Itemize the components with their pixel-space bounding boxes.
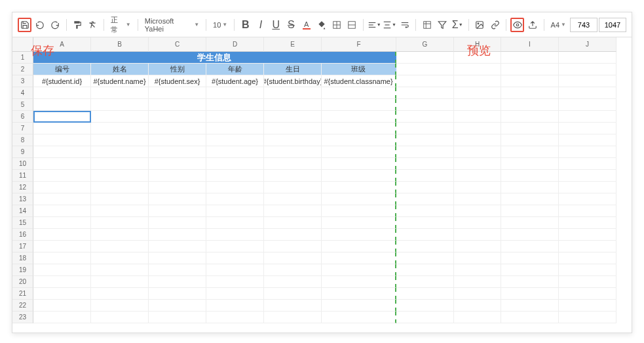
cell[interactable]: [501, 205, 559, 217]
cell[interactable]: [454, 300, 501, 312]
row-header[interactable]: 13: [12, 193, 33, 205]
cell[interactable]: [322, 217, 396, 229]
cell[interactable]: [559, 288, 616, 300]
cell[interactable]: [559, 264, 616, 276]
cell[interactable]: [396, 134, 454, 146]
wrap-button[interactable]: [398, 18, 411, 32]
cell[interactable]: [149, 111, 206, 123]
cell[interactable]: [322, 170, 396, 182]
undo-button[interactable]: [33, 18, 47, 32]
cell[interactable]: [559, 312, 616, 323]
cell[interactable]: [454, 205, 501, 217]
redo-button[interactable]: [48, 18, 62, 32]
cell[interactable]: [149, 99, 206, 111]
cell[interactable]: [501, 134, 559, 146]
cell[interactable]: [322, 146, 396, 158]
cell[interactable]: [454, 123, 501, 134]
cell[interactable]: [454, 264, 501, 276]
cell[interactable]: [454, 146, 501, 158]
cell[interactable]: [206, 312, 264, 323]
cell[interactable]: [396, 123, 454, 134]
cell[interactable]: [206, 134, 264, 146]
cell[interactable]: [264, 217, 322, 229]
cell[interactable]: [206, 123, 264, 134]
cell[interactable]: [454, 241, 501, 252]
font-color-button[interactable]: A: [299, 18, 313, 32]
cell[interactable]: [149, 288, 206, 300]
cell[interactable]: [91, 170, 149, 182]
cell[interactable]: [264, 193, 322, 205]
cell[interactable]: [264, 241, 322, 252]
cell[interactable]: [149, 123, 206, 134]
cell[interactable]: [501, 241, 559, 252]
cells-area[interactable]: 学生信息编号姓名性别年龄生日班级#{student.id}#{student.n…: [33, 52, 632, 323]
font-select[interactable]: Microsoft YaHei▼: [142, 16, 202, 34]
cell[interactable]: [91, 264, 149, 276]
cell[interactable]: [33, 123, 91, 134]
cell[interactable]: [33, 288, 91, 300]
row-header[interactable]: 7: [12, 123, 33, 134]
title-cell[interactable]: 学生信息: [33, 52, 396, 64]
header-cell[interactable]: 编号: [33, 64, 91, 75]
row-header[interactable]: 19: [12, 264, 33, 276]
filter-button[interactable]: [435, 18, 449, 32]
cell[interactable]: [264, 264, 322, 276]
borders-button[interactable]: [330, 18, 343, 32]
cell[interactable]: [322, 182, 396, 193]
cell[interactable]: [33, 205, 91, 217]
cell[interactable]: [264, 300, 322, 312]
cell[interactable]: [454, 99, 501, 111]
cell[interactable]: [149, 134, 206, 146]
row-header[interactable]: 6: [12, 111, 33, 123]
cell[interactable]: [206, 264, 264, 276]
cell[interactable]: [91, 205, 149, 217]
cell[interactable]: [454, 276, 501, 288]
cell[interactable]: [149, 241, 206, 252]
cell[interactable]: [33, 170, 91, 182]
cell[interactable]: [91, 217, 149, 229]
cell[interactable]: [264, 276, 322, 288]
cell[interactable]: [559, 217, 616, 229]
col-header-d[interactable]: D: [206, 37, 264, 52]
cell[interactable]: [206, 205, 264, 217]
upload-button[interactable]: [525, 18, 539, 32]
cell[interactable]: [501, 99, 559, 111]
header-cell[interactable]: [396, 64, 454, 75]
cell[interactable]: [264, 158, 322, 170]
cell[interactable]: [206, 182, 264, 193]
row-header[interactable]: 16: [12, 229, 33, 241]
cell[interactable]: [91, 229, 149, 241]
row-header[interactable]: 20: [12, 276, 33, 288]
cell[interactable]: [33, 87, 91, 99]
cell[interactable]: [264, 229, 322, 241]
cell[interactable]: [149, 158, 206, 170]
cell[interactable]: [264, 87, 322, 99]
header-cell[interactable]: 班级: [322, 64, 396, 75]
cell[interactable]: [149, 87, 206, 99]
header-cell[interactable]: [559, 64, 616, 75]
clear-format-button[interactable]: [86, 18, 100, 32]
cell[interactable]: [149, 193, 206, 205]
row-header[interactable]: 15: [12, 217, 33, 229]
cell[interactable]: [322, 111, 396, 123]
cell[interactable]: [264, 170, 322, 182]
row-header[interactable]: 4: [12, 87, 33, 99]
data-cell[interactable]: [454, 75, 501, 87]
cell[interactable]: [501, 217, 559, 229]
row-header[interactable]: 18: [12, 252, 33, 264]
cell[interactable]: [454, 170, 501, 182]
font-size-select[interactable]: 10▼: [210, 20, 230, 30]
cell[interactable]: [149, 170, 206, 182]
cell[interactable]: [322, 288, 396, 300]
bold-button[interactable]: B: [238, 18, 252, 32]
row-header[interactable]: 3: [12, 75, 33, 87]
cell[interactable]: [33, 252, 91, 264]
cell[interactable]: [149, 264, 206, 276]
cell[interactable]: [559, 193, 616, 205]
cell[interactable]: [396, 300, 454, 312]
data-cell[interactable]: #{student.age}: [206, 75, 264, 87]
cell[interactable]: [559, 170, 616, 182]
cell[interactable]: [322, 264, 396, 276]
cell[interactable]: [322, 300, 396, 312]
cell[interactable]: [264, 123, 322, 134]
